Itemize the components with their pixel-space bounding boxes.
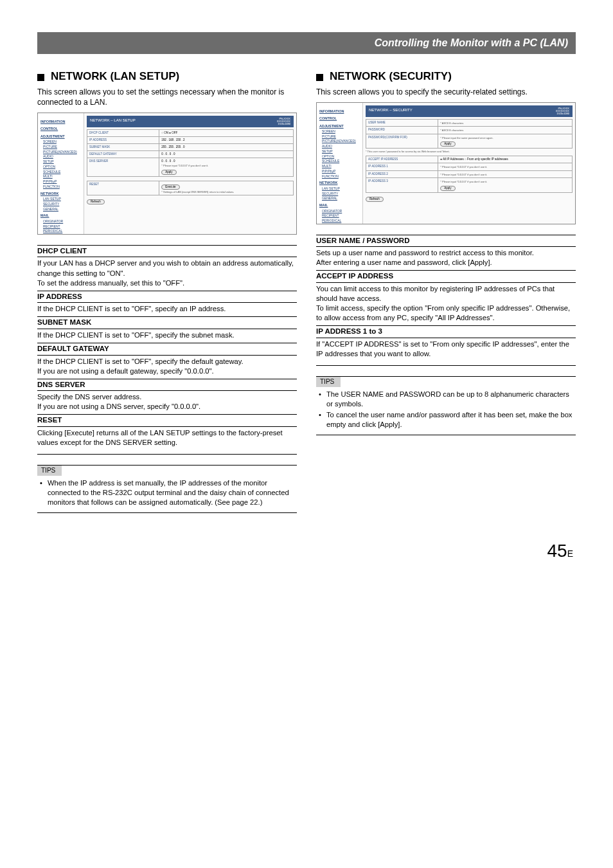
intro-text-lan: This screen allows you to set the settin… [37, 87, 297, 107]
sb-item: LAN SETUP [322, 186, 360, 191]
row-label: DEFAULT GATEWAY [87, 151, 159, 158]
def-body: Clicking [Execute] returns all of the LA… [37, 428, 297, 448]
sb-item: SCHEDULE [43, 170, 81, 174]
panel-title: NETWORK – LAN SETUP [90, 118, 136, 125]
row-note: * Please input "0.0.0.0" if you don't us… [440, 165, 570, 168]
panel-title: NETWORK – SECURITY [369, 107, 413, 115]
def-title: SUBNET MASK [37, 316, 297, 329]
execute-button: Execute [161, 185, 179, 190]
square-bullet-icon [37, 74, 44, 81]
page-number-suffix: E [567, 548, 573, 559]
divider [316, 365, 576, 366]
page-number: 45E [37, 539, 576, 563]
row-note: * Please input "0.0.0.0" if you don't us… [161, 164, 291, 167]
sb-adjustment: ADJUSTMENT [40, 134, 81, 139]
def-body: If your LAN has a DHCP server and you wi… [37, 258, 297, 287]
sb-item: SECURITY [322, 192, 360, 196]
sb-mail: MAIL [40, 213, 81, 218]
row-note: * Please input "0.0.0.0" if you don't us… [440, 173, 570, 176]
section-heading-text: NETWORK (SECURITY) [330, 69, 452, 84]
left-column: NETWORK (LAN SETUP) This screen allows y… [37, 69, 297, 513]
section-heading-lan: NETWORK (LAN SETUP) [37, 69, 297, 84]
sb-information: INFORMATION [40, 120, 81, 124]
tip-item: The USER NAME and PASSWORD can be up to … [319, 390, 576, 409]
row-value: 255 . 255 . 255 . 0 [159, 144, 294, 151]
screenshot-main: NETWORK – LAN SETUP PN-XXXX XXXXXXXX 192… [84, 113, 296, 234]
def-title: RESET [37, 414, 297, 427]
sb-item: PICTURE(ADVANCED) [322, 139, 360, 143]
product-info: PN-XXXX XXXXXXXX 1920x1080 [556, 107, 569, 115]
sb-item: ORIGINATOR [322, 209, 360, 213]
right-column: NETWORK (SECURITY) This screen allows yo… [316, 69, 576, 513]
def-body: You can limit access to this monitor by … [316, 284, 576, 323]
section-heading-text: NETWORK (LAN SETUP) [51, 69, 179, 84]
sb-network: NETWORK [40, 192, 81, 196]
sb-item: AUDIO [43, 154, 81, 159]
sb-mail: MAIL [319, 203, 360, 208]
sb-item: LAN SETUP [43, 197, 81, 201]
page-header: Controlling the Monitor with a PC (LAN) [37, 32, 576, 54]
tips-label: TIPS [37, 466, 62, 476]
sb-adjustment: ADJUSTMENT [319, 124, 360, 129]
row-label: ACCEPT IP ADDRESS [366, 156, 438, 163]
sb-item: MULTI [43, 174, 81, 179]
page-number-value: 45 [547, 541, 567, 561]
tips-label: TIPS [316, 377, 341, 387]
def-title: ACCEPT IP ADDRESS [316, 270, 576, 283]
section-heading-security: NETWORK (SECURITY) [316, 69, 576, 84]
sb-item: FUNCTION [322, 174, 360, 179]
screenshot-sidebar: INFORMATION CONTROL ADJUSTMENT SCREEN PI… [317, 103, 363, 224]
sb-item: PIP/PbyP [43, 179, 81, 184]
row-label: PASSWORD [366, 127, 438, 134]
security-screenshot: INFORMATION CONTROL ADJUSTMENT SCREEN PI… [316, 102, 576, 224]
divider [37, 454, 297, 455]
sb-item: SETUP [322, 149, 360, 154]
row-note: * Please input the same password once ag… [440, 136, 570, 140]
row-value: 192 . 168 . 150 . 2 [159, 136, 294, 143]
def-body: If the DHCP CLIENT is set to "OFF", spec… [37, 357, 297, 376]
def-body: If the DHCP CLIENT is set to "OFF", spec… [37, 330, 297, 340]
sb-item: MULTI [322, 164, 360, 168]
row-label: IP ADDRESS 2 [366, 170, 438, 177]
row-label: IP ADDRESS [87, 136, 159, 143]
row-value: 0 . 0 . 0 . 0 [161, 159, 175, 163]
sb-control: CONTROL [319, 116, 360, 121]
sb-item: SETUP [43, 159, 81, 164]
def-title: IP ADDRESS 1 to 3 [316, 325, 576, 338]
square-bullet-icon [316, 74, 323, 81]
refresh-button: Refresh [87, 199, 105, 204]
apply-button: Apply [440, 141, 455, 147]
row-note: * Settings of LAN (except DNS SERVER) re… [161, 190, 291, 194]
intro-text-security: This screen allows you to specify the se… [316, 87, 576, 97]
sb-item: SCHEDULE [322, 159, 360, 163]
row-note: * Please input "0.0.0.0" if you don't us… [440, 180, 570, 183]
row-label: SUBNET MASK [87, 144, 159, 151]
row-label: IP ADDRESS 1 [366, 163, 438, 170]
sb-item: FUNCTION [43, 185, 81, 189]
sb-item: PERIODICAL [322, 219, 360, 223]
def-title: DEFAULT GATEWAY [37, 343, 297, 356]
def-body: If the DHCP CLIENT is set to "OFF", spec… [37, 304, 297, 314]
row-label: DNS SERVER [87, 158, 159, 177]
def-body: Sets up a user name and password to rest… [316, 248, 576, 267]
row-label: IP ADDRESS 3 [366, 178, 438, 192]
settings-table: DHCP CLIENT○ ON ● OFF IP ADDRESS192 . 16… [87, 129, 294, 177]
tip-item: When the IP address is set manually, the… [40, 478, 297, 507]
sb-item: SCREEN [322, 129, 360, 134]
sb-network: NETWORK [319, 181, 360, 185]
sb-item: PICTURE [322, 134, 360, 139]
row-label: RESET [87, 181, 159, 195]
sb-item: RECIPIENT [43, 224, 81, 229]
sb-information: INFORMATION [319, 109, 360, 114]
row-label: USER NAME [366, 119, 438, 126]
sb-item: PIP/PbyP [322, 169, 360, 174]
def-title: DNS SERVER [37, 379, 297, 392]
sb-item: OPTION [43, 165, 81, 169]
sb-item: GENERAL [322, 196, 360, 201]
row-note: * ASCII 8 characters [440, 122, 570, 125]
full-note: * This user name / password is for acces… [366, 150, 573, 153]
row-value: 0 . 0 . 0 . 0 [159, 151, 294, 158]
def-body: If "ACCEPT IP ADDRESS" is set to "From o… [316, 339, 576, 359]
tips-box: TIPS When the IP address is set manually… [37, 465, 297, 513]
refresh-button: Refresh [366, 197, 384, 202]
